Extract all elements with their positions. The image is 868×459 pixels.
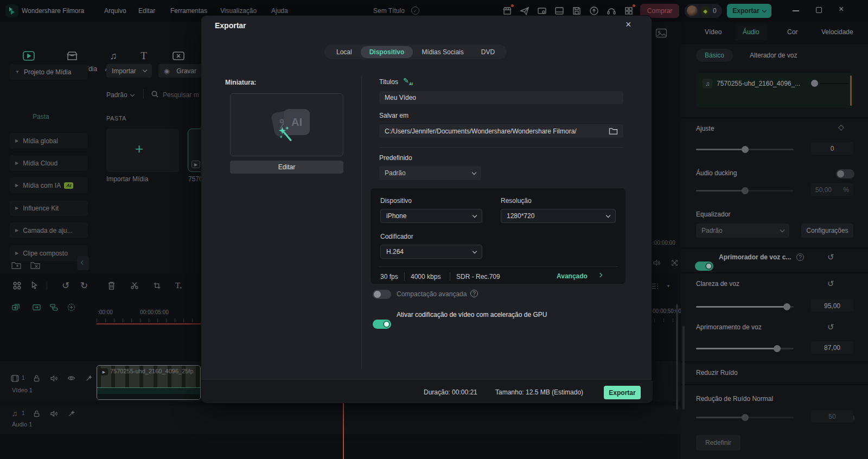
divider (379, 147, 623, 148)
device-value: iPhone (386, 212, 406, 220)
magic-wand-icon (275, 122, 297, 144)
compression-label: Compactação avançada (397, 290, 467, 298)
encoder-value: H.264 (386, 248, 404, 256)
preset-value: Padrão (385, 169, 406, 177)
device-settings-card: Dispositivo iPhone Resolução 1280*720 Co… (371, 188, 626, 284)
resolution-value: 1280*720 (507, 212, 534, 220)
export-confirm-button[interactable]: Exportar (604, 386, 641, 399)
thumbnail-preview: AI (230, 93, 343, 156)
encoder-dropdown[interactable]: H.264 (380, 245, 482, 259)
export-tabbar: Local Dispositivo Mídias Sociais DVD (324, 44, 507, 59)
size-value: 12.5 MB (Estimado) (526, 388, 583, 396)
preset-dropdown[interactable]: Padrão (379, 166, 481, 180)
chevron-down-icon (472, 170, 476, 174)
preset-label: Predefinido (379, 154, 412, 162)
duration-label: Duração: (424, 388, 450, 396)
device-label: Dispositivo (380, 197, 412, 205)
export-tab-dispositivo[interactable]: Dispositivo (361, 46, 413, 58)
size-label: Tamanho: (495, 388, 524, 396)
gpu-label: Ativar codificação de vídeo com aceleraç… (397, 311, 547, 318)
dialog-title: Exportar (215, 21, 246, 30)
ai-pencil-icon[interactable]: ✎AI (403, 76, 413, 86)
divider (450, 272, 450, 281)
advanced-compression-toggle[interactable] (373, 290, 391, 299)
chevron-right-icon (598, 273, 602, 277)
resolution-dropdown[interactable]: 1280*720 (501, 209, 616, 223)
advanced-link[interactable]: Avançado (557, 272, 588, 280)
chevron-down-icon (473, 213, 477, 217)
export-tab-dvd[interactable]: DVD (473, 46, 503, 58)
title-input[interactable]: Meu Vídeo (379, 91, 623, 104)
edit-thumbnail-button[interactable]: Editar (230, 161, 343, 174)
bitrate-info: 4000 kbps (411, 273, 441, 280)
encoder-label: Codificador (380, 233, 413, 240)
colorspace-info: SDR - Rec.709 (456, 273, 500, 280)
export-dialog: Exportar × Local Dispositivo Mídias Soci… (201, 15, 652, 403)
export-tab-midias-sociais[interactable]: Mídias Sociais (413, 46, 472, 58)
dialog-footer: Duração: 00:00:21 Tamanho: 12.5 MB (Esti… (201, 380, 653, 403)
chevron-down-icon (606, 213, 610, 217)
divider (378, 266, 618, 267)
playhead[interactable] (343, 403, 344, 459)
gpu-encoding-toggle[interactable] (373, 320, 391, 329)
divider (361, 76, 362, 369)
framerate-info: 30 fps (380, 273, 398, 280)
dialog-close-icon[interactable]: × (626, 19, 631, 30)
resolution-label: Resolução (501, 197, 532, 205)
folder-browse-icon[interactable] (609, 127, 618, 135)
save-path-text: C:/Users/Jennifer/Documents/Wondershare/… (385, 127, 609, 135)
divider (404, 272, 405, 281)
export-tab-local[interactable]: Local (328, 46, 361, 58)
help-icon[interactable]: ? (470, 290, 478, 297)
titles-label: Titulos (379, 78, 398, 86)
device-dropdown[interactable]: iPhone (380, 209, 482, 223)
save-to-label: Salvar em (379, 112, 409, 119)
size-info: Tamanho: 12.5 MB (Estimado) (495, 388, 583, 396)
duration-info: Duração: 00:00:21 (424, 388, 477, 396)
chevron-down-icon (473, 248, 477, 253)
duration-value: 00:00:21 (452, 388, 477, 396)
thumbnail-label: Miniatura: (225, 79, 256, 86)
save-path-input[interactable]: C:/Users/Jennifer/Documents/Wondershare/… (379, 124, 623, 138)
app-window: Wondershare Filmora Arquivo Editar Ferra… (0, 0, 868, 459)
